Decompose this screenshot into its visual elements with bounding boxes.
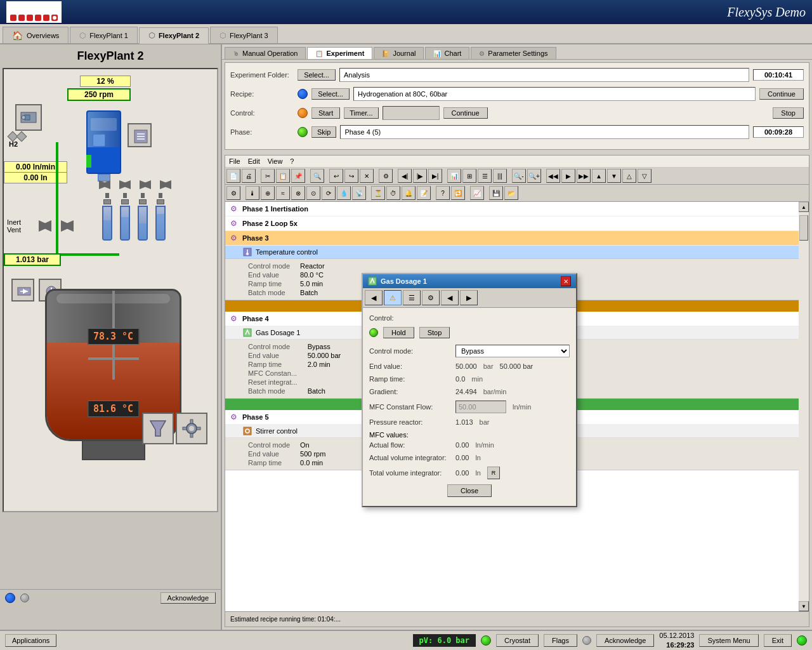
phase-3-temp-sub[interactable]: Temperature control bbox=[225, 246, 799, 259]
tb-prev[interactable]: ◀◀ bbox=[546, 169, 560, 183]
tb2-condition[interactable]: ? bbox=[436, 186, 450, 200]
tb-col-center[interactable]: |▶ bbox=[413, 169, 427, 183]
tb2-flow[interactable]: ≈ bbox=[276, 186, 290, 200]
phase-2-item[interactable]: ⚙ Phase 2 Loop 5x bbox=[225, 216, 799, 231]
tb-up2[interactable]: △ bbox=[622, 169, 636, 183]
menu-view[interactable]: View bbox=[268, 157, 283, 165]
folder-select-btn[interactable]: Select... bbox=[298, 69, 336, 81]
phase-1-item[interactable]: ⚙ Phase 1 Inertisation bbox=[225, 202, 799, 216]
cryostat-btn[interactable]: Cryostat bbox=[496, 634, 539, 647]
tb-zoom-out[interactable]: 🔍- bbox=[512, 169, 526, 183]
menu-edit[interactable]: Edit bbox=[248, 157, 260, 165]
separator-box[interactable] bbox=[142, 413, 174, 444]
pump-icon-box[interactable] bbox=[15, 104, 42, 131]
tb-new[interactable]: 📄 bbox=[226, 169, 240, 183]
popup-stop-btn[interactable]: Stop bbox=[419, 327, 450, 338]
controller-box[interactable] bbox=[128, 123, 152, 147]
control-stop-btn[interactable]: Stop bbox=[773, 107, 804, 119]
popup-tb-warning[interactable]: ⚠ bbox=[384, 290, 402, 305]
tab-manual-operation[interactable]: 🖱 Manual Operation bbox=[225, 47, 306, 59]
exit-btn[interactable]: Exit bbox=[764, 634, 792, 647]
tb-down[interactable]: ▼ bbox=[607, 169, 621, 183]
scroll-up-btn[interactable]: ▲ bbox=[799, 202, 809, 212]
tab-parameter-settings[interactable]: ⚙ Parameter Settings bbox=[471, 47, 556, 59]
tb-filter[interactable]: 🔍 bbox=[310, 169, 324, 183]
control-timer-btn[interactable]: Timer... bbox=[344, 107, 378, 119]
tb2-sensor[interactable]: 📡 bbox=[352, 186, 366, 200]
tb2-script[interactable]: 📝 bbox=[417, 186, 431, 200]
popup-close-btn[interactable]: ✕ bbox=[561, 276, 571, 286]
popup-tb-list[interactable]: ☰ bbox=[403, 290, 421, 305]
popup-tb-back[interactable]: ◀ bbox=[365, 290, 383, 305]
tab-flexyplant2[interactable]: ⬡ FlexyPlant 2 bbox=[139, 27, 209, 44]
acknowledge-button[interactable]: Acknowledge bbox=[160, 592, 216, 604]
tb2-wait[interactable]: ⏳ bbox=[371, 186, 385, 200]
tb-chart[interactable]: 📊 bbox=[447, 169, 461, 183]
popup-hold-btn[interactable]: Hold bbox=[383, 327, 414, 338]
tb-down2[interactable]: ▽ bbox=[638, 169, 652, 183]
tb-next[interactable]: ▶▶ bbox=[577, 169, 591, 183]
tb-col-left[interactable]: ◀| bbox=[398, 169, 412, 183]
tb-copy[interactable]: 📋 bbox=[276, 169, 290, 183]
system-menu-btn[interactable]: System Menu bbox=[699, 634, 758, 647]
folder-input[interactable] bbox=[339, 68, 749, 82]
sensor-icon-1[interactable] bbox=[11, 279, 34, 302]
tb2-stirrer[interactable]: ⟳ bbox=[322, 186, 336, 200]
phase-3-item[interactable]: ⚙ Phase 3 bbox=[225, 231, 799, 246]
menu-help[interactable]: ? bbox=[290, 157, 294, 165]
recipe-continue-btn[interactable]: Continue bbox=[759, 88, 804, 100]
popup-tb-settings[interactable]: ⚙ bbox=[422, 290, 440, 305]
tb-play[interactable]: ▶ bbox=[561, 169, 575, 183]
tb-paste[interactable]: 📌 bbox=[291, 169, 305, 183]
tab-journal[interactable]: 📔 Journal bbox=[374, 47, 424, 59]
flags-btn[interactable]: Flags bbox=[544, 634, 577, 647]
tab-experiment[interactable]: 📋 Experiment bbox=[307, 47, 372, 59]
tb-rows[interactable]: ☰ bbox=[478, 169, 492, 183]
tb2-chart2[interactable]: 📈 bbox=[470, 186, 484, 200]
popup-reset-btn[interactable]: R bbox=[487, 467, 500, 479]
tb-redo[interactable]: ↪ bbox=[344, 169, 358, 183]
acknowledge-status-btn[interactable]: Acknowledge bbox=[596, 634, 654, 647]
tb-cols[interactable]: ||| bbox=[493, 169, 507, 183]
tb2-alarm[interactable]: 🔔 bbox=[402, 186, 416, 200]
tb-print[interactable]: 🖨 bbox=[242, 169, 256, 183]
tb2-import[interactable]: 📂 bbox=[504, 186, 518, 200]
popup-tb-next[interactable]: ▶ bbox=[460, 290, 478, 305]
popup-tb-prev[interactable]: ◀ bbox=[441, 290, 459, 305]
phase-input[interactable] bbox=[340, 125, 749, 139]
recipe-select-btn[interactable]: Select... bbox=[311, 88, 350, 100]
tb2-timer[interactable]: ⏱ bbox=[386, 186, 400, 200]
scroll-thumb[interactable] bbox=[799, 215, 808, 241]
tb-delete[interactable]: ✕ bbox=[360, 169, 374, 183]
scroll-down-btn[interactable]: ▼ bbox=[799, 601, 809, 611]
tb2-loop[interactable]: 🔁 bbox=[451, 186, 465, 200]
tb-up[interactable]: ▲ bbox=[592, 169, 606, 183]
gear-control-box[interactable] bbox=[176, 413, 207, 444]
tb-zoom-in[interactable]: 🔍+ bbox=[527, 169, 541, 183]
tb2-pressure[interactable]: ⊕ bbox=[261, 186, 275, 200]
recipe-input[interactable] bbox=[353, 87, 756, 101]
tb-properties[interactable]: ⚙ bbox=[379, 169, 393, 183]
menu-file[interactable]: File bbox=[229, 157, 240, 165]
tab-flexyplant3[interactable]: ⬡ FlexyPlant 3 bbox=[210, 27, 278, 43]
tb2-export[interactable]: 💾 bbox=[489, 186, 503, 200]
tb2-dosage[interactable]: 💧 bbox=[337, 186, 351, 200]
popup-close-bottom-btn[interactable]: Close bbox=[447, 484, 492, 497]
tb-undo[interactable]: ↩ bbox=[329, 169, 343, 183]
control-continue-btn[interactable]: Continue bbox=[443, 107, 488, 119]
tb-col-right[interactable]: ▶| bbox=[428, 169, 442, 183]
popup-control-mode-select[interactable]: Bypass bbox=[455, 345, 570, 357]
tb2-valve[interactable]: ⊗ bbox=[291, 186, 305, 200]
tb2-temp[interactable]: 🌡 bbox=[246, 186, 259, 200]
tb2-config[interactable]: ⚙ bbox=[226, 186, 240, 200]
tab-flexyplant1[interactable]: ⬡ FlexyPlant 1 bbox=[70, 27, 138, 43]
control-start-btn[interactable]: Start bbox=[311, 107, 340, 119]
tb-table[interactable]: ⊞ bbox=[462, 169, 476, 183]
applications-btn[interactable]: Applications bbox=[5, 634, 56, 647]
tb-cut[interactable]: ✂ bbox=[261, 169, 275, 183]
tab-chart[interactable]: 📊 Chart bbox=[425, 47, 469, 59]
phase-skip-btn[interactable]: Skip bbox=[311, 126, 336, 138]
tb2-pump[interactable]: ⊙ bbox=[306, 186, 320, 200]
popup-mfc-input[interactable] bbox=[455, 401, 506, 413]
tab-overviews[interactable]: 🏠 Overviews bbox=[3, 27, 69, 43]
